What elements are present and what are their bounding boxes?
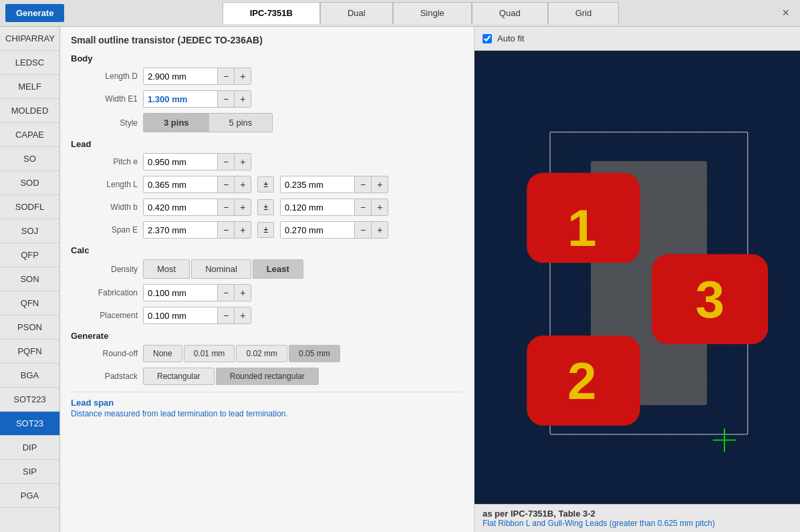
- span-e-input1[interactable]: [144, 223, 217, 238]
- width-b-input1[interactable]: [144, 200, 217, 215]
- span-e-input2[interactable]: [281, 223, 354, 238]
- sidebar-item-so[interactable]: SO: [0, 147, 59, 171]
- sidebar-item-melf[interactable]: MELF: [0, 75, 59, 99]
- sidebar-item-sip[interactable]: SIP: [0, 460, 59, 484]
- width-b-field2: − +: [280, 198, 388, 216]
- span-e-minus1[interactable]: −: [217, 222, 234, 238]
- length-l-minus1[interactable]: −: [217, 176, 234, 192]
- length-d-minus[interactable]: −: [217, 68, 234, 84]
- length-l-minus2[interactable]: −: [354, 176, 371, 192]
- sidebar-item-capae[interactable]: CAPAE: [0, 123, 59, 147]
- generate-button[interactable]: Generate: [5, 4, 64, 22]
- style-3pins[interactable]: 3 pins: [144, 114, 209, 132]
- placement-plus[interactable]: +: [234, 307, 251, 323]
- sidebar-item-son[interactable]: SON: [0, 267, 59, 291]
- width-b-minus2[interactable]: −: [354, 199, 371, 215]
- width-b-plus1[interactable]: +: [234, 199, 251, 215]
- padstack-rounded[interactable]: Rounded rectangular: [216, 368, 319, 385]
- body-section-title: Body: [71, 53, 463, 63]
- sidebar-item-sot23[interactable]: SOT23: [0, 412, 59, 436]
- width-b-pm[interactable]: ±: [257, 199, 274, 215]
- length-l-plus1[interactable]: +: [234, 176, 251, 192]
- tab-dual[interactable]: Dual: [320, 2, 393, 24]
- close-button[interactable]: ×: [777, 6, 795, 20]
- form-title: Small outline transistor (JEDEC TO-236AB…: [71, 35, 463, 45]
- placement-field: − +: [143, 307, 251, 324]
- autofit-label: Auto fit: [497, 33, 524, 43]
- placement-minus[interactable]: −: [217, 307, 234, 323]
- lead-span-desc: Distance measured from lead termination …: [71, 409, 463, 418]
- sidebar-item-bga[interactable]: BGA: [0, 364, 59, 388]
- length-l-dual: − + ± − +: [143, 176, 388, 193]
- length-d-plus[interactable]: +: [234, 68, 251, 84]
- tab-single[interactable]: Single: [393, 2, 472, 24]
- fabrication-input[interactable]: [144, 285, 217, 301]
- span-e-pm[interactable]: ±: [257, 222, 274, 238]
- width-b-minus1[interactable]: −: [217, 199, 234, 215]
- width-e1-field: − +: [143, 90, 251, 108]
- length-d-row: Length D − +: [71, 68, 463, 85]
- sidebar-item-pqfn[interactable]: PQFN: [0, 340, 59, 364]
- span-e-field1: − +: [143, 221, 251, 239]
- density-group: Most Nominal Least: [143, 259, 303, 279]
- span-e-plus1[interactable]: +: [234, 222, 251, 238]
- padstack-rectangular[interactable]: Rectangular: [143, 368, 215, 385]
- width-e1-minus[interactable]: −: [217, 91, 234, 107]
- length-d-input[interactable]: [144, 69, 217, 84]
- width-b-field1: − +: [143, 198, 251, 216]
- placement-input[interactable]: [144, 308, 217, 323]
- sidebar-item-pson[interactable]: PSON: [0, 315, 59, 340]
- sidebar-item-chiparray[interactable]: CHIPARRAY: [0, 27, 59, 51]
- width-b-plus2[interactable]: +: [371, 199, 388, 215]
- preview-svg: 1 2 3: [475, 51, 800, 504]
- span-e-field2: − +: [280, 221, 388, 239]
- sidebar-item-dip[interactable]: DIP: [0, 436, 59, 460]
- width-e1-input[interactable]: [144, 92, 217, 107]
- width-b-input2[interactable]: [281, 200, 354, 215]
- span-e-plus2[interactable]: +: [371, 222, 388, 238]
- roundoff-001[interactable]: 0.01 mm: [184, 345, 235, 362]
- width-e1-plus[interactable]: +: [234, 91, 251, 107]
- fabrication-minus[interactable]: −: [217, 285, 234, 301]
- svg-text:3: 3: [695, 270, 724, 329]
- tab-ipc7351b[interactable]: IPC-7351B: [223, 2, 320, 24]
- sidebar-item-qfp[interactable]: QFP: [0, 243, 59, 267]
- roundoff-002[interactable]: 0.02 mm: [236, 345, 287, 362]
- pitch-e-minus[interactable]: −: [217, 154, 234, 170]
- density-nominal[interactable]: Nominal: [191, 259, 251, 279]
- pitch-e-plus[interactable]: +: [234, 154, 251, 170]
- sidebar-item-molded[interactable]: MOLDED: [0, 99, 59, 123]
- sidebar-item-ledsc[interactable]: LEDSC: [0, 51, 59, 75]
- width-b-row: Width b − + ± − +: [71, 198, 463, 216]
- pitch-e-field: − +: [143, 153, 251, 170]
- density-least[interactable]: Least: [253, 259, 303, 279]
- roundoff-none[interactable]: None: [143, 345, 182, 362]
- pitch-e-row: Pitch e − +: [71, 153, 463, 170]
- sidebar-item-sod[interactable]: SOD: [0, 171, 59, 195]
- length-l-input1[interactable]: [144, 177, 217, 192]
- sidebar-item-sodfl[interactable]: SODFL: [0, 195, 59, 219]
- fabrication-plus[interactable]: +: [234, 285, 251, 301]
- span-e-minus2[interactable]: −: [354, 222, 371, 238]
- sidebar-item-soj[interactable]: SOJ: [0, 219, 59, 243]
- sidebar-item-qfn[interactable]: QFN: [0, 291, 59, 315]
- length-l-label: Length L: [71, 180, 138, 189]
- length-l-plus2[interactable]: +: [371, 176, 388, 192]
- tab-grid[interactable]: Grid: [548, 2, 620, 24]
- pitch-e-input[interactable]: [144, 154, 217, 170]
- sidebar-item-sot223[interactable]: SOT223: [0, 388, 59, 412]
- length-l-input2[interactable]: [281, 177, 354, 192]
- padstack-group: Rectangular Rounded rectangular: [143, 368, 319, 385]
- autofit-checkbox[interactable]: [483, 34, 492, 43]
- sidebar-item-pga[interactable]: PGA: [0, 484, 59, 508]
- svg-text:2: 2: [567, 352, 597, 410]
- preview-canvas: 1 2 3: [475, 51, 800, 504]
- placement-label: Placement: [71, 311, 138, 320]
- density-most[interactable]: Most: [143, 259, 190, 279]
- roundoff-005[interactable]: 0.05 mm: [289, 345, 340, 362]
- tab-quad[interactable]: Quad: [472, 2, 548, 24]
- generate-section-title: Generate: [71, 331, 463, 341]
- svg-text:1: 1: [567, 198, 597, 257]
- length-l-pm[interactable]: ±: [257, 176, 274, 192]
- style-5pins[interactable]: 5 pins: [209, 114, 273, 132]
